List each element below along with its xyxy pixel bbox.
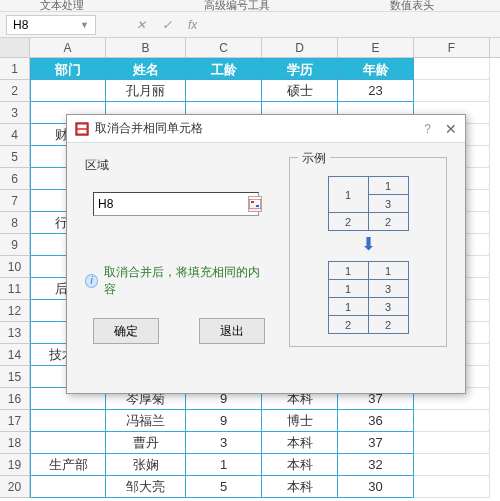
cell[interactable]: 邹大亮 (106, 476, 186, 498)
row-header[interactable]: 8 (0, 212, 30, 234)
info-icon: i (85, 274, 98, 288)
cell[interactable]: 生产部 (30, 454, 106, 476)
cell[interactable] (30, 410, 106, 432)
row-header[interactable]: 18 (0, 432, 30, 454)
row-header[interactable]: 20 (0, 476, 30, 498)
sample-before-table: 11 3 22 (328, 176, 409, 231)
confirm-icon[interactable]: ✓ (162, 18, 172, 32)
row-header[interactable]: 7 (0, 190, 30, 212)
ribbon-fragment: 文本处理 高级编号工具 数值表头 (0, 0, 500, 12)
col-header-D[interactable]: D (262, 38, 338, 57)
row-header[interactable]: 4 (0, 124, 30, 146)
sample-cell: 3 (368, 195, 408, 213)
cell[interactable]: 本科 (262, 432, 338, 454)
range-picker-button[interactable] (248, 196, 262, 212)
row-header[interactable]: 16 (0, 388, 30, 410)
cell[interactable]: 部门 (30, 58, 106, 80)
cell[interactable]: 3 (186, 432, 262, 454)
row-header[interactable]: 14 (0, 344, 30, 366)
sample-cell: 2 (328, 213, 368, 231)
close-button[interactable]: ✕ (445, 121, 457, 137)
fx-icon[interactable]: fx (188, 18, 197, 32)
cell[interactable]: 37 (338, 432, 414, 454)
formula-tools: ✕ ✓ fx (136, 18, 197, 32)
cell[interactable]: 姓名 (106, 58, 186, 80)
chevron-down-icon[interactable]: ▼ (80, 20, 89, 30)
cell[interactable] (30, 80, 106, 102)
row-header[interactable]: 10 (0, 256, 30, 278)
cell[interactable]: 30 (338, 476, 414, 498)
hint-text: 取消合并后，将填充相同的内容 (104, 264, 265, 298)
cell[interactable]: 冯福兰 (106, 410, 186, 432)
row-header[interactable]: 6 (0, 168, 30, 190)
col-header-B[interactable]: B (106, 38, 186, 57)
sample-cell: 1 (328, 177, 368, 213)
sample-cell: 3 (368, 280, 408, 298)
cell[interactable]: 曹丹 (106, 432, 186, 454)
sample-cell: 1 (368, 177, 408, 195)
cell[interactable]: 工龄 (186, 58, 262, 80)
row-header[interactable]: 9 (0, 234, 30, 256)
row-header[interactable]: 11 (0, 278, 30, 300)
cell[interactable]: 学历 (262, 58, 338, 80)
help-button[interactable]: ? (424, 122, 431, 136)
row-header[interactable]: 12 (0, 300, 30, 322)
sample-cell: 2 (368, 213, 408, 231)
sample-cell: 2 (368, 316, 408, 334)
col-header-F[interactable]: F (414, 38, 490, 57)
region-label: 区域 (85, 157, 265, 174)
svg-rect-2 (78, 129, 87, 133)
cell[interactable]: 23 (338, 80, 414, 102)
region-input[interactable] (98, 195, 248, 213)
svg-rect-3 (249, 199, 261, 209)
dialog-title: 取消合并相同单元格 (95, 120, 203, 137)
row-header[interactable]: 3 (0, 102, 30, 124)
sample-label: 示例 (298, 150, 330, 167)
cell[interactable]: 硕士 (262, 80, 338, 102)
name-box-value: H8 (13, 18, 28, 32)
cell[interactable] (414, 58, 490, 80)
cell[interactable] (30, 432, 106, 454)
formula-bar-row: H8 ▼ ✕ ✓ fx (0, 12, 500, 38)
cell[interactable]: 5 (186, 476, 262, 498)
cell[interactable] (414, 80, 490, 102)
cell[interactable] (30, 476, 106, 498)
cell[interactable] (414, 454, 490, 476)
ribbon-group-1: 文本处理 (40, 0, 84, 13)
col-header-C[interactable]: C (186, 38, 262, 57)
row-header[interactable]: 2 (0, 80, 30, 102)
select-all-corner[interactable] (0, 38, 30, 57)
cancel-icon[interactable]: ✕ (136, 18, 146, 32)
row-header[interactable]: 13 (0, 322, 30, 344)
sample-cell: 3 (368, 298, 408, 316)
cell[interactable]: 36 (338, 410, 414, 432)
cell[interactable] (414, 476, 490, 498)
cell[interactable] (186, 80, 262, 102)
row-header[interactable]: 19 (0, 454, 30, 476)
exit-button[interactable]: 退出 (199, 318, 265, 344)
app-icon (75, 122, 89, 136)
cell[interactable]: 9 (186, 410, 262, 432)
row-header[interactable]: 5 (0, 146, 30, 168)
ribbon-group-2: 高级编号工具 (204, 0, 270, 13)
cell[interactable]: 本科 (262, 454, 338, 476)
cell[interactable] (414, 410, 490, 432)
row-header[interactable]: 1 (0, 58, 30, 80)
cell[interactable]: 年龄 (338, 58, 414, 80)
cell[interactable]: 32 (338, 454, 414, 476)
sample-cell: 2 (328, 316, 368, 334)
ok-button[interactable]: 确定 (93, 318, 159, 344)
cell[interactable]: 博士 (262, 410, 338, 432)
row-header[interactable]: 15 (0, 366, 30, 388)
name-box[interactable]: H8 ▼ (6, 15, 96, 35)
col-header-A[interactable]: A (30, 38, 106, 57)
cell[interactable]: 孔月丽 (106, 80, 186, 102)
cell[interactable]: 1 (186, 454, 262, 476)
dialog-titlebar[interactable]: 取消合并相同单元格 ? ✕ (67, 115, 465, 143)
col-header-E[interactable]: E (338, 38, 414, 57)
svg-rect-1 (78, 124, 87, 128)
row-header[interactable]: 17 (0, 410, 30, 432)
cell[interactable]: 张娴 (106, 454, 186, 476)
cell[interactable] (414, 432, 490, 454)
cell[interactable]: 本科 (262, 476, 338, 498)
